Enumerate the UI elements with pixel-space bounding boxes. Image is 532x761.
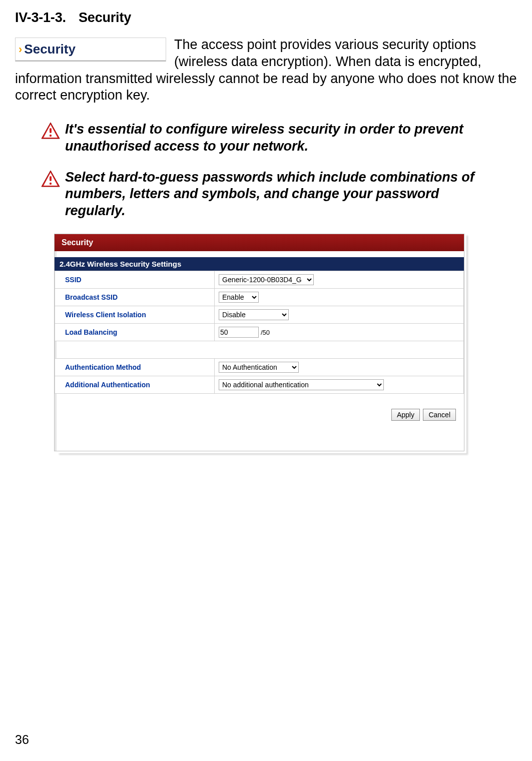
cancel-button[interactable]: Cancel [423, 409, 456, 421]
button-row: Apply Cancel [55, 394, 464, 421]
label-auth-method: Authentication Method [55, 358, 215, 376]
row-load-balancing: Load Balancing /50 [55, 323, 464, 341]
warning-note-1: It's essential to configure wireless sec… [41, 121, 525, 155]
row-broadcast-ssid: Broadcast SSID Enable [55, 288, 464, 306]
section-heading: IV-3-1-3. Security [15, 10, 525, 26]
select-broadcast-ssid[interactable]: Enable [219, 292, 259, 303]
panel-section-header: 2.4GHz Wireless Security Settings [55, 257, 464, 271]
svg-point-3 [50, 135, 52, 137]
warning-note-2: Select hard-to-guess passwords which inc… [41, 169, 525, 220]
label-client-isolation: Wireless Client Isolation [55, 306, 215, 323]
apply-button[interactable]: Apply [391, 409, 420, 421]
menu-item-thumbnail: › Security [15, 38, 166, 62]
row-client-isolation: Wireless Client Isolation Disable [55, 306, 464, 323]
select-auth-method[interactable]: No Authentication [219, 362, 299, 373]
label-ssid: SSID [55, 271, 215, 288]
warning-text: It's essential to configure wireless sec… [65, 121, 490, 155]
warning-icon [41, 170, 63, 189]
spacer-row [55, 341, 464, 358]
load-balancing-suffix: /50 [261, 329, 270, 336]
warning-icon [41, 122, 63, 141]
select-ssid[interactable]: Generic-1200-0B03D4_G [219, 274, 314, 285]
label-load-balancing: Load Balancing [55, 323, 215, 341]
input-load-balancing[interactable] [219, 327, 259, 338]
svg-point-7 [50, 182, 52, 184]
settings-panel: Security 2.4GHz Wireless Security Settin… [54, 234, 464, 451]
svg-rect-2 [50, 128, 52, 133]
row-auth-method: Authentication Method No Authentication [55, 358, 464, 376]
select-client-isolation[interactable]: Disable [219, 309, 289, 320]
svg-rect-6 [50, 176, 52, 181]
panel-title: Security [55, 234, 464, 251]
label-additional-auth: Additional Authentication [55, 376, 215, 393]
chevron-right-icon: › [19, 43, 22, 56]
select-additional-auth[interactable]: No additional authentication [219, 379, 384, 390]
section-title: Security [79, 10, 131, 26]
label-broadcast-ssid: Broadcast SSID [55, 288, 215, 306]
row-additional-auth: Additional Authentication No additional … [55, 376, 464, 393]
warning-text: Select hard-to-guess passwords which inc… [65, 169, 490, 220]
section-number: IV-3-1-3. [15, 10, 66, 26]
row-ssid: SSID Generic-1200-0B03D4_G [55, 271, 464, 288]
menu-item-label: Security [24, 42, 76, 57]
settings-table: SSID Generic-1200-0B03D4_G Broadcast SSI… [55, 271, 464, 394]
